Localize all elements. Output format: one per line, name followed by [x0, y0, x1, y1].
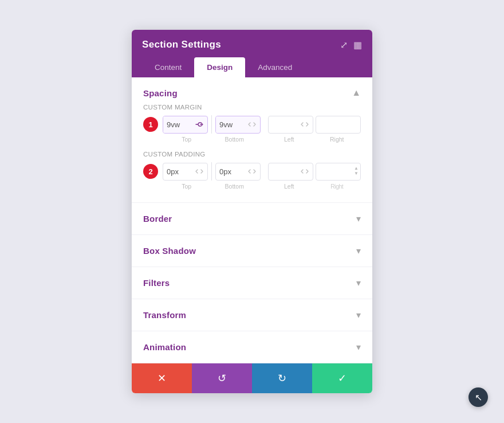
- transform-title: Transform: [143, 310, 186, 320]
- padding-right-input-group: ▲ ▼: [316, 163, 361, 181]
- panel-title: Section Settings: [142, 39, 221, 50]
- padding-top-input-group: [163, 163, 208, 181]
- tab-bar: Content Design Advanced: [142, 57, 362, 77]
- save-button[interactable]: ✓: [312, 363, 372, 393]
- padding-bottom-input-group: [215, 163, 261, 181]
- spacing-section-header[interactable]: Spacing ▲: [132, 77, 372, 104]
- padding-right-down-arrow[interactable]: ▼: [354, 171, 359, 177]
- margin-left-input[interactable]: [269, 116, 297, 133]
- spacing-chevron-icon: ▲: [352, 88, 361, 98]
- margin-bottom-code-icon[interactable]: [244, 122, 260, 127]
- border-section-header[interactable]: Border ▾: [132, 203, 372, 234]
- margin-bottom-input-group: [215, 116, 261, 134]
- margin-right-label: Right: [313, 136, 361, 143]
- box-shadow-section-header[interactable]: Box Shadow ▾: [132, 235, 372, 267]
- custom-padding-label: Custom Padding: [143, 151, 361, 158]
- padding-bottom-code-icon[interactable]: [244, 169, 260, 174]
- padding-left-input[interactable]: [269, 163, 297, 180]
- border-section: Border ▾: [132, 203, 372, 235]
- reset-button[interactable]: ↺: [192, 363, 252, 393]
- padding-input-row: 2: [143, 162, 361, 181]
- border-title: Border: [143, 214, 172, 224]
- margin-top-input[interactable]: [163, 116, 191, 133]
- panel-header: Section Settings ⤢ ▦ Content Design Adva…: [132, 30, 372, 77]
- margin-right-input[interactable]: [316, 116, 360, 133]
- margin-left-label: Left: [265, 136, 313, 143]
- padding-top-input[interactable]: [163, 163, 191, 180]
- border-chevron-icon: ▾: [356, 213, 361, 224]
- margin-input-row: 1: [143, 115, 361, 134]
- step-badge-2: 2: [143, 164, 158, 179]
- margin-divider: [211, 115, 212, 134]
- padding-right-label: Right: [313, 183, 361, 190]
- spacing-section: Spacing ▲ Custom Margin 1: [132, 77, 372, 203]
- filters-section: Filters ▾: [132, 267, 372, 299]
- section-settings-panel: Section Settings ⤢ ▦ Content Design Adva…: [132, 30, 372, 393]
- margin-left-input-group: [268, 116, 313, 134]
- filters-section-header[interactable]: Filters ▾: [132, 267, 372, 299]
- spacing-section-content: Custom Margin 1: [132, 104, 372, 202]
- tab-advanced[interactable]: Advanced: [245, 57, 305, 77]
- panel-body: Spacing ▲ Custom Margin 1: [132, 77, 372, 363]
- padding-top-label: Top: [163, 183, 211, 190]
- margin-left-code-icon[interactable]: [297, 122, 313, 127]
- padding-top-code-icon[interactable]: [191, 169, 207, 174]
- animation-chevron-icon: ▾: [356, 342, 361, 352]
- margin-right-input-group: [316, 116, 361, 134]
- box-shadow-section: Box Shadow ▾: [132, 235, 372, 267]
- margin-top-label: Top: [163, 136, 211, 143]
- margin-bottom-input[interactable]: [216, 116, 244, 133]
- redo-button[interactable]: ↻: [252, 363, 312, 393]
- floating-back-icon[interactable]: ↖: [468, 387, 488, 407]
- margin-link-icon[interactable]: [191, 122, 207, 127]
- expand-icon[interactable]: ⤢: [340, 40, 348, 50]
- spacing-title: Spacing: [143, 88, 178, 98]
- filters-chevron-icon: ▾: [356, 277, 361, 288]
- padding-right-input[interactable]: [316, 163, 352, 180]
- padding-bottom-input[interactable]: [216, 163, 244, 180]
- layout-icon[interactable]: ▦: [353, 40, 362, 50]
- transform-chevron-icon: ▾: [356, 310, 361, 320]
- step-badge-1: 1: [143, 117, 158, 132]
- animation-section: Animation ▾: [132, 331, 372, 363]
- margin-top-input-group: [163, 116, 208, 134]
- padding-left-input-group: [268, 163, 313, 181]
- box-shadow-title: Box Shadow: [143, 246, 196, 256]
- margin-bottom-label: Bottom: [211, 136, 259, 143]
- panel-footer: ✕ ↺ ↻ ✓: [132, 363, 372, 393]
- padding-left-code-icon[interactable]: [297, 169, 313, 174]
- tab-design[interactable]: Design: [194, 57, 245, 77]
- animation-title: Animation: [143, 342, 186, 352]
- panel-title-icons: ⤢ ▦: [340, 40, 362, 50]
- padding-left-label: Left: [265, 183, 313, 190]
- transform-section: Transform ▾: [132, 299, 372, 331]
- padding-bottom-label: Bottom: [211, 183, 259, 190]
- padding-divider: [211, 162, 212, 181]
- floating-icon-glyph: ↖: [475, 392, 482, 403]
- box-shadow-chevron-icon: ▾: [356, 245, 361, 256]
- tab-content[interactable]: Content: [142, 57, 194, 77]
- filters-title: Filters: [143, 278, 170, 288]
- cancel-button[interactable]: ✕: [132, 363, 192, 393]
- transform-section-header[interactable]: Transform ▾: [132, 299, 372, 331]
- custom-margin-label: Custom Margin: [143, 104, 361, 111]
- padding-right-spinner[interactable]: ▲ ▼: [352, 165, 360, 178]
- animation-section-header[interactable]: Animation ▾: [132, 331, 372, 363]
